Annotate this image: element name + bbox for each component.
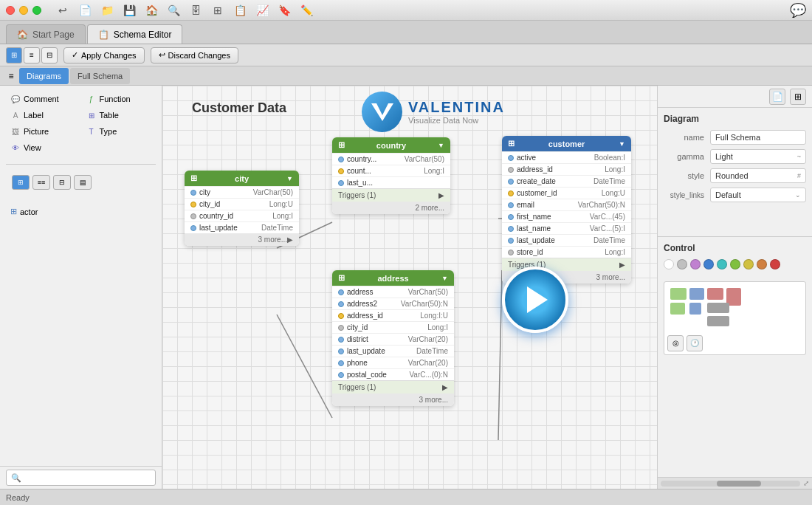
addr-fi-3	[338, 313, 344, 319]
sidebar-item-label[interactable]: A Label	[6, 108, 80, 123]
sidebar-item-comment[interactable]: 💬 Comment	[6, 92, 80, 106]
style-links-dropdown-icon: ⌄	[795, 191, 801, 199]
maximize-button[interactable]	[32, 6, 41, 15]
home-icon[interactable]: 🏠	[143, 2, 159, 18]
sidebar-view-label: View	[24, 143, 41, 152]
color-dot-white[interactable]	[664, 259, 674, 269]
color-dot-gray[interactable]	[677, 259, 687, 269]
sidebar-item-picture[interactable]: 🖼 Picture	[6, 124, 80, 139]
table-view-btn[interactable]: ⊟	[41, 47, 58, 63]
mini-map-clock-btn[interactable]: 🕐	[687, 335, 703, 351]
address-arrow[interactable]: ▼	[441, 275, 448, 282]
search-icon[interactable]: 🔍	[165, 2, 182, 18]
action-bar: ⊞ ≡ ⊟ ✓ Apply Changes ↩ Discard Changes	[0, 44, 812, 66]
vi-list-btn[interactable]: ≡≡	[32, 175, 50, 190]
address-trigger-arrow: ▶	[442, 383, 448, 391]
pen-icon[interactable]: ✏️	[298, 2, 314, 18]
prop-value-style-links[interactable]: Default ⌄	[710, 188, 806, 202]
country-arrow[interactable]: ▼	[438, 142, 444, 149]
country-footer[interactable]: 2 more...	[332, 202, 450, 214]
list-view-btn[interactable]: ≡	[24, 47, 40, 63]
close-button[interactable]	[6, 6, 15, 15]
back-icon[interactable]: ↩	[55, 2, 71, 18]
grid-icon[interactable]: ⊞	[210, 2, 226, 18]
customer-arrow[interactable]: ▼	[619, 140, 625, 148]
tab-start-page[interactable]: 🏠 Start Page	[6, 24, 86, 44]
color-dot-orange[interactable]	[757, 259, 767, 269]
color-dot-purple[interactable]	[690, 259, 701, 269]
address-footer[interactable]: 3 more...	[332, 394, 454, 406]
table-city[interactable]: ⊞ city ▼ city VarChar(50) city_id Long:U…	[185, 171, 299, 246]
addr-fn-3: address_id	[347, 312, 417, 320]
customer-row-customer_id: customer_id Long:U	[502, 187, 631, 199]
style-dropdown-icon: #	[797, 172, 801, 179]
customer-row-create_date: create_date DateTime	[502, 175, 631, 187]
address-trigger-label: Triggers (1)	[338, 383, 376, 391]
sidebar-item-view[interactable]: 👁 View	[6, 140, 80, 155]
city-field-type-last_update: DateTime	[261, 224, 293, 232]
canvas-area[interactable]: Customer Data VALENTINA Visualize Data N…	[162, 86, 657, 489]
prop-value-gamma[interactable]: Light ~	[710, 149, 806, 164]
rp-grid-icon[interactable]: ⊞	[790, 89, 806, 105]
expand-icon[interactable]: ⤢	[803, 479, 809, 487]
color-dot-yellow[interactable]	[743, 259, 754, 269]
apply-icon: ✓	[72, 50, 78, 60]
sub-tab-full-schema[interactable]: Full Schema	[70, 68, 130, 84]
sidebar-item-table[interactable]: ⊞ Table	[82, 108, 156, 123]
prop-value-name[interactable]: Full Schema	[710, 130, 806, 145]
db-icon[interactable]: 🗄	[187, 2, 204, 18]
new-file-icon[interactable]: 📄	[77, 2, 93, 18]
save-icon[interactable]: 💾	[121, 2, 137, 18]
vi-compact-btn[interactable]: ▤	[74, 175, 92, 190]
prop-value-style[interactable]: Rounded #	[710, 168, 806, 183]
right-panel-scrollbar[interactable]: ⤢	[658, 477, 812, 489]
color-dot-red[interactable]	[770, 259, 780, 269]
color-dot-blue[interactable]	[703, 259, 714, 269]
tab-schema-editor[interactable]: 📋 Schema Editor	[87, 24, 183, 44]
svg-line-3	[277, 315, 332, 418]
hamburger-icon[interactable]: ≡	[4, 69, 18, 83]
folder-icon[interactable]: 📁	[99, 2, 115, 18]
search-input[interactable]	[6, 470, 156, 486]
city-row-country_id: country_id Long:I	[185, 210, 299, 221]
home-tab-icon: 🏠	[17, 30, 28, 40]
copy-icon[interactable]: 📋	[232, 2, 248, 18]
table-address[interactable]: ⊞ address ▼ address VarChar(50) address2…	[332, 270, 454, 406]
bookmark-icon[interactable]: 🔖	[276, 2, 292, 18]
city-field-type-city: VarChar(50)	[253, 188, 293, 196]
tree-item-actor[interactable]: ⊞ actor	[6, 205, 156, 219]
mini-map-location-btn[interactable]: ◎	[667, 335, 684, 351]
apply-changes-button[interactable]: ✓ Apply Changes	[63, 47, 145, 63]
color-dot-teal[interactable]	[717, 259, 727, 269]
country-trigger[interactable]: Triggers (1) ▶	[332, 188, 450, 202]
sub-tab-diagrams[interactable]: Diagrams	[19, 68, 69, 84]
chart-icon[interactable]: 📈	[254, 2, 270, 18]
address-row-phone: phone VarChar(20)	[332, 357, 454, 368]
play-button[interactable]	[502, 267, 568, 333]
address-row-district: district VarChar(20)	[332, 333, 454, 345]
vi-grid-btn[interactable]: ⊞	[12, 175, 30, 190]
cust-fi-4	[508, 190, 514, 196]
mini-map[interactable]: ◎ 🕐	[664, 281, 806, 355]
grid-view-btn[interactable]: ⊞	[6, 47, 22, 63]
city-footer[interactable]: 3 more... ▶	[185, 233, 299, 246]
addr-ft-5: VarChar(20)	[408, 335, 448, 343]
color-dot-green[interactable]	[730, 259, 740, 269]
discard-changes-button[interactable]: ↩ Discard Changes	[151, 47, 238, 63]
cust-ft-1: Boolean:I	[594, 154, 625, 162]
vi-table-btn[interactable]: ⊟	[53, 175, 71, 190]
city-arrow[interactable]: ▼	[286, 175, 293, 182]
addr-ft-2: VarChar(50):N	[401, 300, 448, 308]
mini-table-6	[689, 303, 701, 315]
rp-doc-icon[interactable]: 📄	[769, 89, 785, 105]
address-trigger[interactable]: Triggers (1) ▶	[332, 380, 454, 394]
cust-fi-9	[508, 250, 514, 255]
table-country[interactable]: ⊞ country ▼ country... VarChar(50) count…	[332, 137, 450, 214]
chat-icon[interactable]: 💬	[790, 2, 806, 18]
sidebar-item-type[interactable]: T Type	[82, 124, 156, 139]
country-fi-1	[338, 157, 344, 162]
scrollbar-thumb[interactable]	[717, 481, 761, 487]
minimize-button[interactable]	[19, 6, 28, 15]
table-customer[interactable]: ⊞ customer ▼ active Boolean:I address_id…	[502, 136, 631, 284]
sidebar-item-function[interactable]: ƒ Function	[82, 92, 156, 106]
